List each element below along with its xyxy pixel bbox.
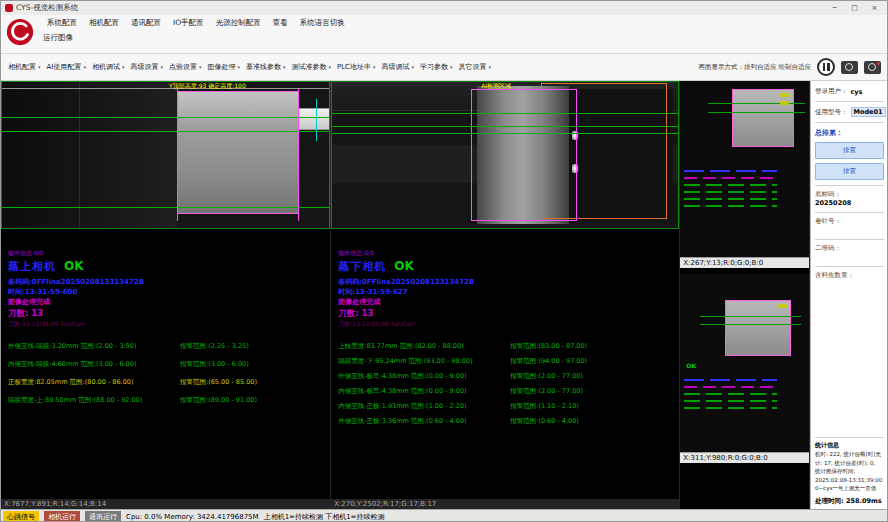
tool-baseline-params[interactable]: 基准线参数▾ [243, 60, 289, 74]
tool-ai-config[interactable]: AI使用配置▾ [44, 60, 89, 74]
height-overlay-label: Y顶部高度:93 确定高度:100 [169, 82, 246, 91]
chevron-down-icon: ▾ [199, 64, 202, 70]
mini-ok-label: OK [686, 362, 696, 369]
statistics-line: 统计图保存时间: [815, 467, 884, 476]
menu-item-language-switch[interactable]: 系统语言切换 [294, 18, 351, 28]
status-chip[interactable]: 排置 [815, 163, 884, 180]
overlay-hline [700, 324, 801, 325]
product-region [732, 89, 794, 147]
measurement-list: 外侧至线-隔膜:3.20mm 范围:(2.00 - 3.50)报警范围:(2.2… [8, 342, 323, 405]
knife-detail: 刀数:13.12/35.09 Tab/Corr [8, 320, 323, 329]
menu-item-view[interactable]: 查看 [267, 18, 294, 28]
tool-label: AI使用配置 [47, 62, 82, 72]
chevron-down-icon: ▾ [237, 64, 240, 70]
titlebar: CYS-视觉检测系统 ─ □ × [1, 1, 887, 15]
camera-bottom-icon[interactable] [864, 61, 881, 74]
material-count-label: 含料焦数量： [815, 271, 884, 280]
overlay-line [684, 205, 777, 207]
minimize-button[interactable]: ─ [826, 2, 843, 14]
menu-item-system-config[interactable]: 系统配置 [41, 18, 83, 28]
overlay-hline [331, 126, 679, 127]
measurement-text: 正极宽度:82.05mm 范围:(80.00 - 86.00) [8, 378, 180, 387]
tool-other-settings[interactable]: 其它设置▾ [456, 60, 495, 74]
lens-icon [845, 63, 853, 71]
alarm-range-text: 报警范围:(3.00 - 6.00) [180, 360, 323, 369]
overlay-vline [177, 89, 178, 221]
chevron-down-icon: ▾ [450, 64, 453, 70]
pixel-coords-preview-top: X:267;Y:13;R:0;G:0;B:0 [680, 257, 809, 268]
tool-label: 相机配置 [8, 62, 36, 72]
measurement-row: 内侧至线-正极:1.93mm 范围:(1.00 - 2.20)报警范围:(1.1… [338, 402, 672, 411]
divider [815, 122, 884, 123]
qr-code-label: 二维码： [815, 244, 884, 253]
alarm-range-text: 报警范围:(2.25 - 3.25) [180, 342, 323, 351]
tab-run-image[interactable]: 运行图像 [43, 33, 73, 43]
comm-running-badge: 通讯运行 [85, 511, 121, 522]
divider [815, 212, 884, 213]
preview-bottom[interactable]: OK X:311;Y:980;R:0;G:0;B:0 [680, 274, 809, 463]
menu-item-light-config[interactable]: 光源控制配置 [210, 18, 267, 28]
camera-running-badge: 相机运行 [44, 511, 80, 522]
overlay-line [684, 379, 777, 381]
overlay-label-chip [780, 101, 789, 105]
time-text: 时间:13-31-59-627 [338, 287, 672, 297]
overlay-hline [708, 112, 805, 113]
measurement-text: 上枝宽度:83.77mm 范围:(82.00 - 88.00) [338, 342, 510, 351]
model-value: Mode01 [851, 107, 886, 117]
login-user-label: 登录用户： [815, 87, 848, 96]
overlay-vline [316, 99, 317, 141]
preview-top[interactable]: X:267;Y:13;R:0;G:0;B:0 [680, 81, 809, 268]
tool-spot-check[interactable]: 点验设置▾ [166, 60, 205, 74]
status-chip[interactable]: 排置 [815, 142, 884, 159]
tool-camera-config[interactable]: 相机配置▾ [5, 60, 44, 74]
total-label: 总排累： [815, 126, 884, 140]
pause-button[interactable] [817, 58, 835, 76]
maximize-button[interactable]: □ [846, 2, 863, 14]
camera-top-icon[interactable] [841, 61, 858, 74]
statistics-header: 统计信息 [815, 440, 884, 449]
preview-image-bottom: OK [680, 274, 809, 452]
overlay-vline [298, 89, 299, 221]
chevron-down-icon: ▾ [489, 64, 492, 70]
measurement-text: 内侧至线-隔膜:4.60mm 范围:(3.00 - 6.00) [8, 360, 180, 369]
tool-learn-params[interactable]: 学习参数▾ [417, 60, 456, 74]
statistics-panel: 统计信息 机时: 222, 统计份额(时)无 计: 17, 统计份差(时): 0… [815, 437, 884, 506]
overlay-line [684, 198, 777, 200]
product-region [177, 91, 299, 214]
knife-count: 刀数: 13 [8, 307, 323, 319]
overlay-hline [1, 117, 330, 118]
product-region [725, 300, 791, 356]
camera-panel-top: Y顶部高度:93 确定高度:100 输出信息:0/0 蒸上相机 OK 条码码:0… [1, 81, 331, 509]
camera-title: 蒸上相机 [8, 259, 56, 274]
coords-text: X:267;Y:13;R:0;G:0;B:0 [683, 259, 763, 267]
overlay-line [684, 393, 777, 395]
tool-label: 图像处理 [207, 62, 235, 72]
material-count-value [815, 280, 884, 288]
camera-result-bottom: 输出信息:0/0 蒸下相机 OK 条码码:0FFline202502081331… [331, 229, 679, 498]
tool-label: 高级调试 [382, 62, 410, 72]
measurement-row: 外侧至线-极耳:4.38mm 范围:(0.00 - 9.00)报警范围:(2.0… [338, 372, 672, 381]
process-time-text: 处理时间: 258.09ms [815, 496, 884, 506]
brand-logo-icon [6, 18, 34, 46]
menu-item-io-config[interactable]: IO手配置 [167, 18, 210, 28]
tool-camera-debug[interactable]: 相机调试▾ [89, 60, 128, 74]
pixel-coords-top: X:7677;Y:891;R:14;G:14;B:14 [1, 498, 330, 509]
tool-advanced-debug[interactable]: 高级调试▾ [379, 60, 418, 74]
overlay-line [684, 184, 777, 186]
menu-item-camera-config[interactable]: 相机配置 [83, 18, 125, 28]
camera-view-bottom[interactable]: AI检测区域 [331, 81, 679, 229]
overlay-line [684, 386, 777, 388]
roi-rectangle [471, 89, 577, 221]
overlay-hline [1, 207, 330, 208]
tool-test-params[interactable]: 测试准参数▾ [288, 60, 334, 74]
status-bar: 心跳信号 相机运行 通讯运行 Cpu: 0.0% Memory: 3424.41… [1, 509, 887, 522]
tool-plc-address[interactable]: PLC地址串▾ [334, 60, 379, 74]
preview-column: X:267;Y:13;R:0;G:0;B:0 OK [680, 81, 810, 509]
tool-advanced-settings[interactable]: 高级设置▾ [127, 60, 166, 74]
status-badge: OK [64, 259, 84, 273]
tool-image-process[interactable]: 图像处理▾ [204, 60, 243, 74]
camera-view-top[interactable]: Y顶部高度:93 确定高度:100 [1, 81, 330, 229]
measurement-text: 外侧至线-极耳:4.38mm 范围:(0.00 - 9.00) [338, 372, 510, 381]
menu-item-comm-config[interactable]: 通讯配置 [125, 18, 167, 28]
close-button[interactable]: × [866, 2, 883, 14]
